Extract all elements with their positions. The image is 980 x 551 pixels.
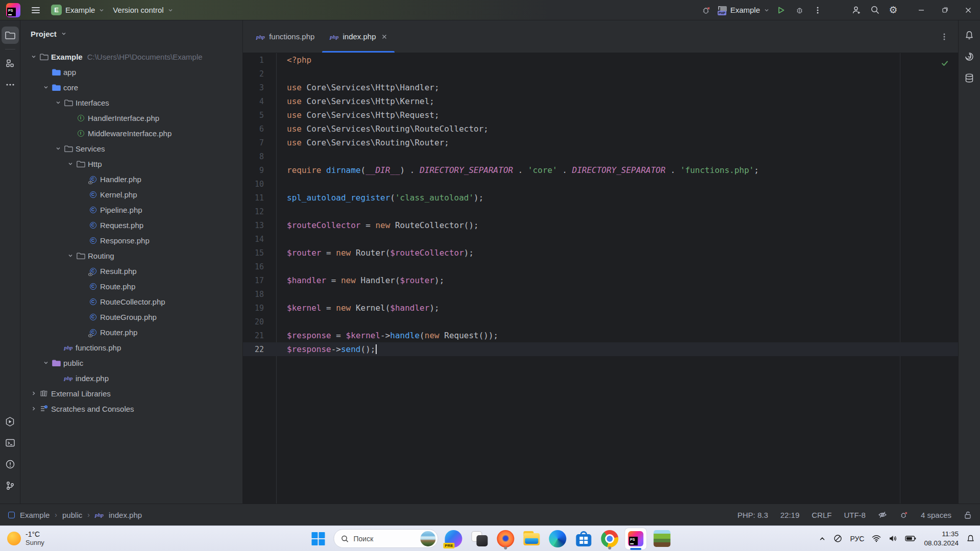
- start-button[interactable]: [308, 528, 329, 549]
- chevron-down-icon[interactable]: [65, 253, 75, 259]
- debug-button[interactable]: [790, 2, 808, 19]
- tree-item-index-php[interactable]: phpindex.php: [20, 370, 242, 386]
- tree-item-request-php[interactable]: CRequest.php: [20, 217, 242, 233]
- do-not-disturb-icon[interactable]: [834, 534, 842, 543]
- tree-item-scratches-and-consoles[interactable]: Scratches and Consoles: [20, 401, 242, 416]
- close-tab-icon[interactable]: [382, 34, 387, 39]
- tab-options-icon[interactable]: [941, 20, 958, 53]
- search-highlight-image[interactable]: [421, 531, 436, 546]
- tree-item-app[interactable]: app: [20, 64, 242, 80]
- breadcrumb-file[interactable]: index.php: [109, 511, 142, 519]
- taskbar-app-game[interactable]: [651, 528, 673, 549]
- tree-item-middlewareinterface-php[interactable]: IMiddlewareInterface.php: [20, 126, 242, 141]
- version-control-tool-icon[interactable]: [2, 477, 19, 494]
- project-tool-icon[interactable]: [2, 27, 19, 44]
- taskbar-app-task-view[interactable]: [469, 528, 491, 549]
- debug-disabled-icon[interactable]: [899, 510, 909, 519]
- services-tool-icon[interactable]: [2, 413, 19, 430]
- close-button[interactable]: [957, 0, 980, 20]
- taskbar-app-firefox[interactable]: [495, 528, 517, 549]
- tree-item-routecollector-php[interactable]: CRouteCollector.php: [20, 294, 242, 309]
- notifications-icon[interactable]: [961, 27, 978, 44]
- minimize-button[interactable]: [910, 0, 933, 20]
- tree-item-handlerinterface-php[interactable]: IHandlerInterface.php: [20, 110, 242, 126]
- tree-item-response-php[interactable]: CResponse.php: [20, 233, 242, 248]
- project-panel-header[interactable]: Project: [20, 20, 242, 47]
- tree-item-interfaces[interactable]: Interfaces: [20, 95, 242, 110]
- tree-item-pipeline-php[interactable]: CPipeline.php: [20, 202, 242, 217]
- tree-item-routegroup-php[interactable]: CRouteGroup.php: [20, 309, 242, 324]
- run-configuration-selector[interactable]: PHP Example: [718, 6, 770, 14]
- chevron-down-icon[interactable]: [29, 54, 38, 60]
- wifi-icon[interactable]: [872, 535, 881, 542]
- project-switcher[interactable]: E Example: [51, 5, 105, 15]
- tree-item-routing[interactable]: Routing: [20, 248, 242, 263]
- chevron-down-icon[interactable]: [41, 84, 51, 90]
- more-tool-windows-icon[interactable]: [2, 76, 19, 93]
- run-button[interactable]: [772, 2, 790, 19]
- taskbar-app-edge[interactable]: [547, 528, 569, 549]
- search-everywhere-icon[interactable]: [866, 2, 884, 19]
- tree-item-external-libraries[interactable]: External Libraries: [20, 386, 242, 401]
- volume-icon[interactable]: [889, 535, 897, 542]
- php-version-widget[interactable]: PHP: 8.3: [738, 511, 768, 519]
- more-actions-icon[interactable]: [808, 2, 827, 19]
- chevron-down-icon[interactable]: [53, 145, 63, 152]
- structure-tool-icon[interactable]: [2, 55, 19, 72]
- chevron-down-icon[interactable]: [53, 99, 63, 106]
- tree-item-handler-php[interactable]: CHandler.php: [20, 171, 242, 187]
- vcs-widget[interactable]: Version control: [113, 6, 173, 14]
- chevron-down-icon[interactable]: [65, 161, 75, 167]
- caret-position-widget[interactable]: 22:19: [780, 511, 800, 519]
- tree-item-route-php[interactable]: CRoute.php: [20, 279, 242, 294]
- tree-item-public[interactable]: public: [20, 355, 242, 370]
- taskbar-app-explorer[interactable]: [521, 528, 543, 549]
- unlock-icon[interactable]: [964, 511, 972, 519]
- tree-item-kernel-php[interactable]: CKernel.php: [20, 187, 242, 202]
- tree-item-result-php[interactable]: CResult.php: [20, 263, 242, 279]
- chevron-down-icon[interactable]: [41, 360, 51, 366]
- restore-button[interactable]: [933, 0, 957, 20]
- taskbar-app-chrome[interactable]: [599, 528, 621, 549]
- tree-item-core[interactable]: core: [20, 80, 242, 95]
- tray-chevron-up-icon[interactable]: [819, 535, 826, 542]
- code-editor[interactable]: 1<?php23use Core\Services\Http\Handler;4…: [243, 53, 958, 504]
- weather-widget[interactable]: -1°C Sunny: [7, 526, 44, 551]
- code-line-21: 21$response = $kernel->handle(new Reques…: [243, 329, 958, 342]
- notification-bell-icon[interactable]: [966, 534, 975, 543]
- terminal-tool-icon[interactable]: [2, 434, 19, 452]
- keyboard-language[interactable]: РУС: [850, 535, 864, 543]
- breadcrumb-folder[interactable]: public: [62, 511, 82, 519]
- chevron-right-icon[interactable]: [29, 390, 38, 396]
- battery-icon[interactable]: [905, 535, 916, 542]
- encoding-widget[interactable]: UTF-8: [844, 511, 866, 519]
- tree-item-label: app: [63, 68, 76, 77]
- inspections-ok-icon[interactable]: [941, 59, 949, 69]
- taskbar-search-input[interactable]: Поиск: [334, 529, 438, 548]
- tree-item-functions-php[interactable]: phpfunctions.php: [20, 340, 242, 355]
- problems-tool-icon[interactable]: [2, 456, 19, 473]
- chevron-right-icon[interactable]: [29, 406, 38, 412]
- ai-assistant-icon[interactable]: [961, 48, 978, 65]
- settings-gear-icon[interactable]: ⚙: [884, 2, 902, 19]
- stop-listening-debug-icon[interactable]: [697, 2, 716, 19]
- tree-item-http[interactable]: Http: [20, 156, 242, 171]
- taskbar-app-copilot[interactable]: PRE: [443, 528, 464, 549]
- class-icon: C: [87, 207, 99, 213]
- code-line-17: 17$handler = new Handler($router);: [243, 273, 958, 287]
- tree-item-router-php[interactable]: CRouter.php: [20, 324, 242, 340]
- code-with-me-icon[interactable]: [847, 2, 866, 19]
- eye-slash-icon[interactable]: [878, 510, 887, 519]
- taskbar-app-store[interactable]: [573, 528, 595, 549]
- tree-item-services[interactable]: Services: [20, 141, 242, 156]
- database-icon[interactable]: [961, 69, 978, 87]
- tree-item-example[interactable]: ExampleC:\Users\HP\Documents\Example: [20, 49, 242, 64]
- line-ending-widget[interactable]: CRLF: [812, 511, 831, 519]
- tab-index-php[interactable]: phpindex.php: [322, 20, 394, 53]
- breadcrumb-project[interactable]: Example: [20, 511, 50, 519]
- main-menu-icon[interactable]: [29, 4, 43, 16]
- indent-widget[interactable]: 4 spaces: [921, 511, 951, 519]
- tab-functions-php[interactable]: phpfunctions.php: [249, 20, 322, 53]
- taskbar-clock[interactable]: 11:35 08.03.2024: [924, 530, 959, 547]
- taskbar-app-phpstorm[interactable]: PS: [625, 528, 647, 549]
